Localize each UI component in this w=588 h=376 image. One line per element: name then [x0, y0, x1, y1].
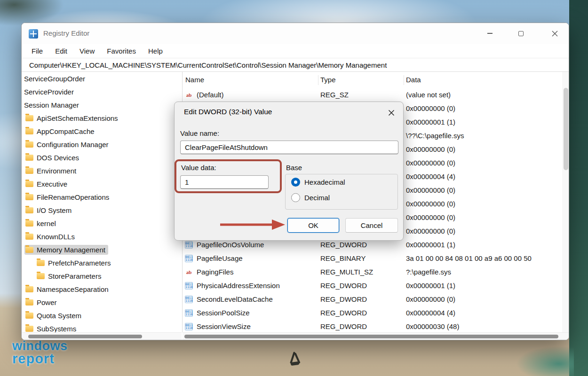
- value-name-cell[interactable]: 0011 1110PhysicalAddressExtension: [185, 279, 317, 292]
- close-button[interactable]: [544, 23, 565, 44]
- list-row[interactable]: 0011 1110SessionPoolSizeREG_DWORD0x00000…: [183, 306, 562, 320]
- tree-item-configuration-manager[interactable]: Configuration Manager: [22, 138, 182, 151]
- maximize-button[interactable]: [510, 23, 532, 44]
- value-name-cell[interactable]: 0011 1110SecondLevelDataCache: [185, 292, 317, 306]
- tree-item-chip[interactable]: KnownDLLs: [24, 232, 78, 242]
- registry-editor-icon: [29, 29, 38, 39]
- tree-item-subsystems[interactable]: SubSystems: [22, 322, 182, 332]
- list-horizontal-scrollbar[interactable]: [183, 332, 569, 340]
- folder-icon: [25, 194, 33, 200]
- list-row[interactable]: 0011 1110PagefileUsageREG_BINARY3a 01 00…: [183, 251, 562, 265]
- tree-item-storeparameters[interactable]: StoreParameters: [22, 269, 182, 282]
- list-row[interactable]: 0011 1110PhysicalAddressExtensionREG_DWO…: [183, 279, 562, 292]
- list-vertical-scrollbar[interactable]: [562, 72, 569, 332]
- ok-button[interactable]: OK: [287, 218, 339, 233]
- tree-item-memory-management[interactable]: Memory Management: [22, 243, 182, 256]
- tree-item-kernel[interactable]: kernel: [22, 217, 182, 230]
- menu-file[interactable]: File: [25, 44, 49, 58]
- radio-unchecked-icon[interactable]: [291, 193, 300, 202]
- list-row[interactable]: 0011 1110SecondLevelDataCacheREG_DWORD0x…: [183, 292, 562, 306]
- tree-item-filerenameoperations[interactable]: FileRenameOperations: [22, 190, 182, 204]
- menu-favorites[interactable]: Favorites: [101, 44, 142, 58]
- tree-item-chip[interactable]: ApiSetSchemaExtensions: [24, 113, 121, 123]
- tree-item-appcompatcache[interactable]: AppCompatCache: [22, 125, 182, 138]
- value-name-cell[interactable]: abPagingFiles: [185, 265, 317, 279]
- tree-item-chip[interactable]: DOS Devices: [24, 153, 82, 163]
- value-name-label: Value name:: [180, 129, 219, 137]
- list-horizontal-scrollbar-thumb[interactable]: [184, 335, 558, 338]
- tree-item-chip[interactable]: Executive: [24, 179, 70, 189]
- column-header-type[interactable]: Type: [320, 72, 336, 88]
- tree-item-chip[interactable]: PrefetchParameters: [36, 258, 113, 268]
- decimal-radio-option[interactable]: Decimal: [291, 193, 330, 202]
- value-name-text: PagefileUsage: [197, 254, 243, 262]
- menubar: File Edit View Favorites Help: [22, 44, 569, 58]
- menu-help[interactable]: Help: [142, 44, 169, 58]
- tree-horizontal-scrollbar-thumb[interactable]: [28, 335, 142, 338]
- tree-item-chip[interactable]: Power: [24, 298, 60, 307]
- value-name-input[interactable]: ClearPageFileAtShutdown: [180, 141, 398, 154]
- tree-item-servicegrouporder[interactable]: ServiceGroupOrder: [22, 72, 182, 85]
- registry-path[interactable]: Computer\HKEY_LOCAL_MACHINE\SYSTEM\Curre…: [22, 61, 387, 69]
- folder-icon: [25, 181, 33, 187]
- column-separator: [404, 75, 404, 85]
- close-icon: [551, 30, 558, 37]
- tree-item-knowndlls[interactable]: KnownDLLs: [22, 230, 182, 243]
- value-name-cell[interactable]: ab(Default): [185, 88, 317, 102]
- tree-item-chip[interactable]: Configuration Manager: [24, 140, 111, 149]
- value-data-cell: 0x00000000 (0): [406, 102, 561, 115]
- tree-item-environment[interactable]: Environment: [22, 164, 182, 177]
- folder-icon: [25, 313, 33, 319]
- cancel-button[interactable]: Cancel: [345, 218, 398, 233]
- list-row[interactable]: abPagingFilesREG_MULTI_SZ?:\pagefile.sys: [183, 265, 562, 279]
- value-data-input[interactable]: 1: [180, 175, 269, 189]
- value-name-cell[interactable]: 0011 1110PagefileUsage: [185, 251, 317, 265]
- tree-item-chip[interactable]: Session Manager: [23, 100, 82, 110]
- tree-item-chip[interactable]: I/O System: [24, 205, 74, 215]
- value-type-cell: REG_DWORD: [320, 292, 403, 306]
- tree-item-quota-system[interactable]: Quota System: [22, 309, 182, 322]
- value-data-cell: 0x00000000 (0): [406, 224, 561, 238]
- tree-item-chip[interactable]: ServiceProvider: [23, 87, 77, 97]
- value-name-cell[interactable]: 0011 1110SessionViewSize: [185, 320, 317, 332]
- tree-item-executive[interactable]: Executive: [22, 177, 182, 190]
- base-group-label: Base: [286, 164, 302, 172]
- tree-item-chip[interactable]: Quota System: [24, 311, 84, 321]
- tree-item-session-manager[interactable]: Session Manager: [22, 98, 182, 111]
- tree-item-chip[interactable]: ServiceGroupOrder: [23, 74, 88, 84]
- registry-tree: ServiceGroupOrderServiceProviderSession …: [22, 72, 182, 332]
- list-row[interactable]: ab(Default)REG_SZ(value not set): [183, 88, 562, 102]
- tree-item-i-o-system[interactable]: I/O System: [22, 204, 182, 217]
- list-vertical-scrollbar-thumb[interactable]: [564, 88, 568, 170]
- minimize-button[interactable]: [479, 23, 501, 44]
- tree-item-chip[interactable]: FileRenameOperations: [24, 192, 112, 202]
- tree-item-chip[interactable]: Environment: [24, 166, 79, 176]
- tree-item-serviceprovider[interactable]: ServiceProvider: [22, 85, 182, 98]
- tree-item-chip[interactable]: kernel: [24, 219, 59, 228]
- menu-edit[interactable]: Edit: [49, 44, 73, 58]
- hexadecimal-radio-label: Hexadecimal: [304, 178, 345, 186]
- tree-item-apisetschemaextensions[interactable]: ApiSetSchemaExtensions: [22, 111, 182, 125]
- tree-item-chip[interactable]: SubSystems: [24, 324, 79, 333]
- list-row[interactable]: 0011 1110SessionViewSizeREG_DWORD0x00000…: [183, 320, 562, 332]
- tree-item-namespaceseparation[interactable]: NamespaceSeparation: [22, 282, 182, 296]
- menu-view[interactable]: View: [73, 44, 101, 58]
- column-header-name[interactable]: Name: [185, 72, 204, 88]
- hexadecimal-radio-option[interactable]: Hexadecimal: [291, 178, 345, 187]
- tree-item-chip[interactable]: Memory Management: [24, 245, 108, 255]
- tree-item-dos-devices[interactable]: DOS Devices: [22, 151, 182, 164]
- tree-item-chip[interactable]: StoreParameters: [36, 271, 104, 281]
- value-data-cell: ?:\pagefile.sys: [406, 265, 561, 279]
- tree-item-prefetchparameters[interactable]: PrefetchParameters: [22, 256, 182, 269]
- address-bar[interactable]: Computer\HKEY_LOCAL_MACHINE\SYSTEM\Curre…: [22, 58, 569, 72]
- value-name-cell[interactable]: 0011 1110SessionPoolSize: [185, 306, 317, 320]
- radio-checked-icon[interactable]: [291, 178, 300, 187]
- base-group: Hexadecimal Decimal: [285, 174, 398, 210]
- tree-horizontal-scrollbar[interactable]: [22, 332, 182, 340]
- tree-item-label: ServiceGroupOrder: [24, 75, 85, 83]
- tree-item-chip[interactable]: NamespaceSeparation: [24, 284, 111, 294]
- column-header-data[interactable]: Data: [406, 72, 421, 88]
- dialog-close-button[interactable]: [385, 107, 397, 119]
- tree-item-chip[interactable]: AppCompatCache: [24, 126, 97, 136]
- tree-item-power[interactable]: Power: [22, 296, 182, 309]
